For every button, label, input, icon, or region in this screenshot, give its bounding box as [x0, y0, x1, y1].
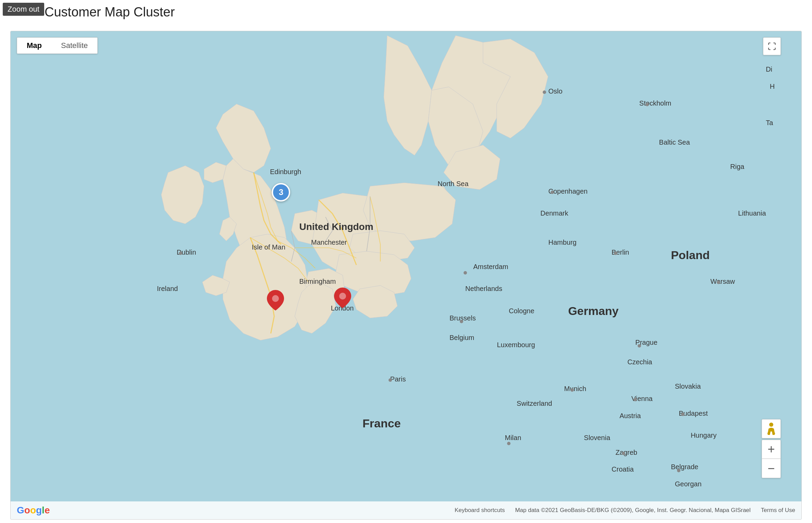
- city-dot: [460, 320, 463, 323]
- map-pin-1[interactable]: [267, 290, 284, 312]
- city-dot: [543, 90, 546, 94]
- city-dot: [179, 252, 182, 255]
- map-type-map-button[interactable]: Map: [17, 38, 51, 53]
- terms-link[interactable]: Terms of Use: [761, 507, 795, 514]
- cluster-marker[interactable]: 3: [272, 183, 290, 202]
- page-title: Customer Map Cluster: [45, 5, 175, 20]
- map-svg: [11, 31, 801, 519]
- city-dot: [614, 252, 617, 255]
- keyboard-shortcuts-link[interactable]: Keyboard shortcuts: [455, 507, 505, 514]
- city-dot: [507, 442, 510, 445]
- fullscreen-button[interactable]: [763, 37, 781, 55]
- map-container: Map Satellite OsloStockholmBaltic SeaNor…: [10, 31, 802, 520]
- street-view-button[interactable]: [762, 419, 781, 438]
- svg-point-3: [769, 423, 773, 427]
- city-dot: [622, 452, 625, 455]
- city-dot: [681, 413, 685, 416]
- map-background: [11, 31, 801, 519]
- attribution-text: Map data ©2021 GeoBasis-DE/BKG (©2009), …: [515, 507, 750, 514]
- google-logo: G o o g l e: [17, 505, 50, 516]
- city-dot: [551, 191, 554, 194]
- city-dot: [570, 388, 574, 392]
- map-type-controls: Map Satellite: [17, 37, 98, 54]
- svg-point-2: [339, 293, 346, 300]
- svg-point-1: [272, 295, 279, 302]
- city-dot: [633, 398, 637, 401]
- map-type-satellite-button[interactable]: Satellite: [51, 38, 97, 53]
- footer-links: Keyboard shortcuts Map data ©2021 GeoBas…: [455, 507, 795, 514]
- zoom-out-button[interactable]: Zoom out: [3, 3, 44, 16]
- city-dot: [638, 344, 641, 348]
- zoom-in-button[interactable]: +: [762, 440, 781, 459]
- zoom-out-map-button[interactable]: −: [762, 459, 781, 478]
- city-dot: [717, 281, 720, 284]
- city-dot: [464, 271, 467, 275]
- zoom-controls: + −: [762, 419, 781, 478]
- map-pin-2[interactable]: [334, 288, 351, 309]
- map-footer: G o o g l e Keyboard shortcuts Map data …: [11, 501, 801, 519]
- city-dot: [645, 103, 649, 106]
- city-dot: [389, 378, 392, 382]
- city-dot: [677, 469, 680, 472]
